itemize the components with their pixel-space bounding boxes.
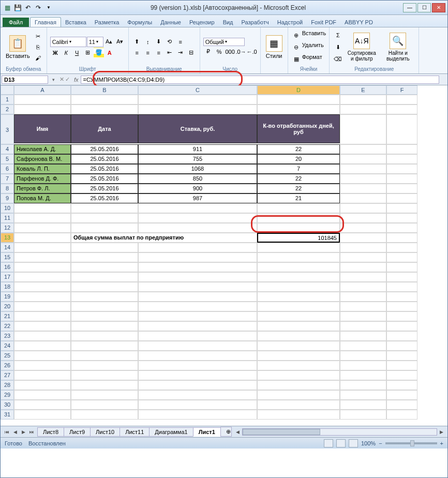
clear-icon[interactable]: ⌫ bbox=[333, 54, 343, 64]
row-23[interactable]: 23 bbox=[1, 331, 14, 341]
namebox-dropdown-icon[interactable]: ▾ bbox=[49, 77, 57, 82]
row-1[interactable]: 1 bbox=[1, 95, 14, 104]
cancel-formula-icon[interactable]: ✕ bbox=[59, 76, 64, 83]
zoom-in-icon[interactable]: + bbox=[440, 440, 443, 446]
font-name-combo[interactable]: Calibri▾ bbox=[50, 37, 86, 47]
redo-icon[interactable]: ↷ bbox=[34, 3, 43, 12]
fill-icon[interactable]: ⬇ bbox=[333, 42, 343, 52]
qat-dropdown-icon[interactable]: ▼ bbox=[44, 3, 53, 12]
cell-B7[interactable]: 25.05.2016 bbox=[71, 174, 138, 184]
grow-font-icon[interactable]: A▴ bbox=[104, 37, 114, 47]
sheet-tab-active[interactable]: Лист1 bbox=[193, 427, 221, 437]
hscroll-right-icon[interactable]: ▶ bbox=[437, 428, 445, 436]
row-15[interactable]: 15 bbox=[1, 252, 14, 262]
tab-abbyy[interactable]: ABBYY PD bbox=[340, 18, 377, 27]
zoom-slider[interactable] bbox=[385, 442, 437, 444]
currency-icon[interactable]: ₽ bbox=[203, 47, 214, 57]
row-10[interactable]: 10 bbox=[1, 203, 14, 213]
new-sheet-icon[interactable]: ⊕ bbox=[220, 427, 232, 437]
row-6[interactable]: 6 bbox=[1, 164, 14, 174]
cell-D4[interactable]: 22 bbox=[257, 144, 340, 154]
cell-B9[interactable]: 25.05.2016 bbox=[71, 193, 138, 203]
cell-D9[interactable]: 21 bbox=[257, 193, 340, 203]
file-tab[interactable]: Файл bbox=[3, 18, 29, 27]
number-format-combo[interactable]: Общий▾ bbox=[203, 38, 245, 46]
row-26[interactable]: 26 bbox=[1, 361, 14, 370]
cell-D5[interactable]: 20 bbox=[257, 154, 340, 164]
row-4[interactable]: 4 bbox=[1, 144, 14, 154]
undo-icon[interactable]: ↶ bbox=[23, 3, 33, 12]
hscroll-left-icon[interactable]: ◀ bbox=[234, 428, 242, 436]
row-30[interactable]: 30 bbox=[1, 400, 14, 410]
save-icon[interactable]: 💾 bbox=[13, 3, 22, 12]
tab-nav-last-icon[interactable]: ⏭ bbox=[27, 428, 36, 436]
col-C[interactable]: C bbox=[138, 85, 257, 95]
row-11[interactable]: 11 bbox=[1, 213, 14, 223]
align-top-icon[interactable]: ⬆ bbox=[132, 37, 142, 47]
tab-view[interactable]: Вид bbox=[219, 18, 237, 27]
tab-formulas[interactable]: Формулы bbox=[123, 18, 156, 27]
tab-nav-prev-icon[interactable]: ◀ bbox=[11, 428, 19, 436]
row-19[interactable]: 19 bbox=[1, 292, 14, 302]
select-all-corner[interactable] bbox=[1, 85, 14, 95]
sheet-tab[interactable]: Лист11 bbox=[120, 427, 150, 437]
tab-addins[interactable]: Надстрой bbox=[273, 18, 307, 27]
row-22[interactable]: 22 bbox=[1, 321, 14, 331]
paste-button[interactable]: 📋 Вставить bbox=[4, 34, 32, 60]
sheet-tab[interactable]: Лист10 bbox=[90, 427, 120, 437]
row-12[interactable]: 12 bbox=[1, 223, 14, 233]
view-normal-icon[interactable] bbox=[324, 439, 333, 447]
format-cells-button[interactable]: ▦Формат bbox=[291, 54, 326, 64]
tab-insert[interactable]: Вставка bbox=[61, 18, 91, 27]
enter-formula-icon[interactable]: ✓ bbox=[65, 76, 70, 83]
insert-cells-button[interactable]: ⊕Вставить bbox=[291, 30, 326, 40]
align-center-icon[interactable]: ≡ bbox=[143, 48, 153, 58]
cell-D8[interactable]: 22 bbox=[257, 184, 340, 193]
cell-B4[interactable]: 25.05.2016 bbox=[71, 144, 138, 154]
header-date[interactable]: Дата bbox=[71, 114, 138, 143]
fx-icon[interactable]: fx bbox=[72, 77, 81, 83]
row-18[interactable]: 18 bbox=[1, 282, 14, 292]
hscroll-thumb[interactable] bbox=[243, 429, 320, 435]
row-21[interactable]: 21 bbox=[1, 311, 14, 321]
cell-A4[interactable]: Николаев А. Д. bbox=[14, 144, 71, 154]
worksheet[interactable]: A B C D E F 1 2 3 Имя Дата Ставка, руб. … bbox=[1, 85, 447, 437]
cell-C5[interactable]: 755 bbox=[138, 154, 257, 164]
cell-A5[interactable]: Сафронова В. М. bbox=[14, 154, 71, 164]
tab-nav-next-icon[interactable]: ▶ bbox=[19, 428, 27, 436]
cell-C8[interactable]: 900 bbox=[138, 184, 257, 193]
tab-foxit[interactable]: Foxit PDF bbox=[307, 18, 340, 27]
tab-layout[interactable]: Разметка bbox=[91, 18, 124, 27]
row-5[interactable]: 5 bbox=[1, 154, 14, 164]
tab-developer[interactable]: Разработч bbox=[237, 18, 273, 27]
font-size-combo[interactable]: 11▾ bbox=[87, 37, 103, 47]
row-2[interactable]: 2 bbox=[1, 104, 14, 114]
autosum-icon[interactable]: Σ bbox=[333, 30, 343, 40]
cell-A8[interactable]: Петров Ф. Л. bbox=[14, 184, 71, 193]
maximize-button[interactable]: ☐ bbox=[417, 3, 431, 12]
sheet-tab[interactable]: Лист8 bbox=[37, 427, 64, 437]
col-D[interactable]: D bbox=[257, 85, 340, 95]
bold-icon[interactable]: Ж bbox=[50, 48, 61, 58]
decrease-decimal-icon[interactable]: ←.0 bbox=[247, 47, 257, 57]
row-20[interactable]: 20 bbox=[1, 302, 14, 311]
format-painter-icon[interactable]: 🖌 bbox=[33, 53, 43, 63]
col-F[interactable]: F bbox=[386, 85, 417, 95]
border-icon[interactable]: ⊞ bbox=[83, 48, 93, 58]
cell-C9[interactable]: 987 bbox=[138, 193, 257, 203]
row-24[interactable]: 24 bbox=[1, 341, 14, 351]
styles-button[interactable]: ▦ Стили bbox=[264, 34, 285, 60]
row-13[interactable]: 13 bbox=[1, 233, 14, 243]
view-page-break-icon[interactable] bbox=[349, 439, 358, 447]
row-27[interactable]: 27 bbox=[1, 370, 14, 380]
sheet-tab[interactable]: Диаграмма1 bbox=[149, 427, 193, 437]
align-right-icon[interactable]: ≡ bbox=[154, 48, 164, 58]
sort-filter-button[interactable]: A↓Я Сортировка и фильтр bbox=[344, 32, 379, 63]
italic-icon[interactable]: К bbox=[61, 48, 71, 58]
cell-A7[interactable]: Парфенов Д. Ф. bbox=[14, 174, 71, 184]
align-middle-icon[interactable]: ↕ bbox=[143, 37, 153, 47]
cell-D7[interactable]: 22 bbox=[257, 174, 340, 184]
copy-icon[interactable]: ⎘ bbox=[33, 42, 43, 52]
row-7[interactable]: 7 bbox=[1, 174, 14, 184]
find-select-button[interactable]: 🔍 Найти и выделить bbox=[380, 32, 415, 63]
